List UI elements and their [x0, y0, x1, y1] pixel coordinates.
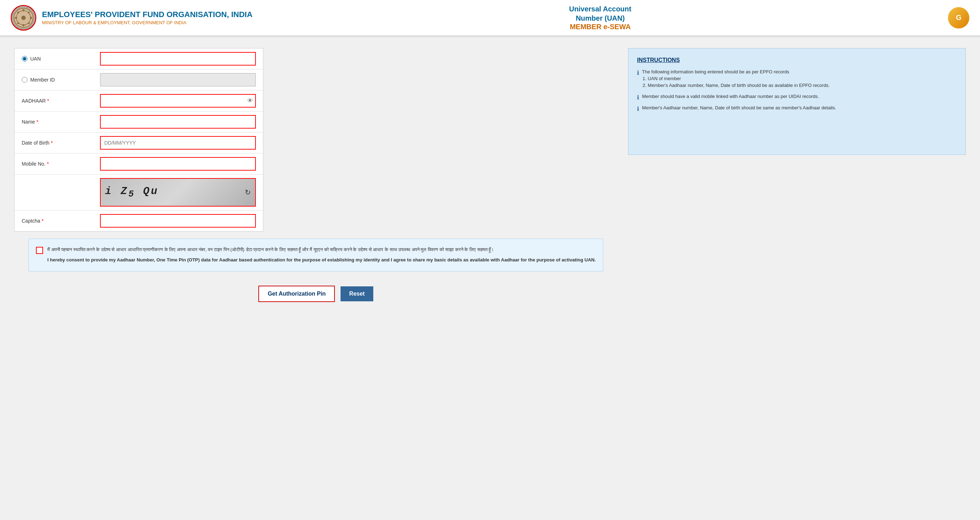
- dob-label: Date of Birth *: [22, 140, 100, 146]
- instruction-item-1: ℹ The following information being entere…: [637, 69, 957, 89]
- svg-point-5: [15, 17, 17, 19]
- instructions-title: INSTRUCTIONS: [637, 57, 957, 64]
- dob-row: Date of Birth *: [14, 132, 263, 153]
- org-subtitle: MINISTRY OF LABOUR & EMPLOYMENT, GOVERNM…: [42, 20, 253, 25]
- header-right: Universal AccountNumber (UAN) MEMBER e-S…: [569, 4, 631, 31]
- aadhaar-input[interactable]: [100, 94, 256, 108]
- member-id-radio-label[interactable]: Member ID: [22, 77, 100, 83]
- captcha-image-row: i Z5 Qu ↻: [14, 174, 263, 211]
- captcha-label: Captcha *: [22, 218, 100, 224]
- member-id-row: Member ID: [14, 69, 263, 91]
- header-left: EMPLOYEES' PROVIDENT FUND ORGANISATION, …: [11, 5, 253, 30]
- form-section: UAN Member ID AADHAAR * 👁: [14, 48, 617, 309]
- svg-point-9: [18, 22, 19, 24]
- member-id-radio[interactable]: [22, 77, 27, 83]
- instruction-list-item-2: Member's Aadhaar number, Name, Date of b…: [648, 83, 829, 88]
- svg-point-10: [28, 22, 30, 24]
- consent-box: मैं अपनी पहचान स्थापित करने के उद्देश्य …: [29, 239, 603, 271]
- instruction-item-3: ℹ Member's Aadhaar number, Name, Date of…: [637, 105, 957, 112]
- get-auth-pin-button[interactable]: Get Authorization Pin: [258, 286, 335, 302]
- org-info: EMPLOYEES' PROVIDENT FUND ORGANISATION, …: [42, 10, 253, 25]
- instructions-panel: INSTRUCTIONS ℹ The following information…: [628, 48, 966, 155]
- aadhaar-input-wrapper: 👁: [100, 94, 256, 108]
- button-row: Get Authorization Pin Reset: [14, 279, 617, 309]
- uan-input[interactable]: [100, 52, 256, 65]
- dob-input[interactable]: [100, 136, 256, 150]
- eye-icon[interactable]: 👁: [247, 97, 253, 104]
- uan-radio[interactable]: [22, 56, 27, 62]
- info-icon-2: ℹ: [637, 94, 639, 101]
- instruction-list-item-1: UAN of member: [648, 76, 829, 81]
- name-label: Name *: [22, 119, 100, 124]
- reset-button[interactable]: Reset: [340, 286, 373, 301]
- instruction-item-2: ℹ Member should have a valid mobile link…: [637, 94, 957, 101]
- captcha-image-box: i Z5 Qu ↻: [100, 178, 256, 207]
- captcha-display: i Z5 Qu: [105, 185, 159, 199]
- instruction-text-3: Member's Aadhaar number, Name, Date of b…: [642, 105, 836, 110]
- svg-point-3: [22, 9, 25, 11]
- instruction-text-2: Member should have a valid mobile linked…: [642, 94, 819, 99]
- captcha-input-row: Captcha *: [14, 211, 263, 231]
- svg-point-4: [22, 24, 25, 26]
- svg-point-6: [30, 17, 32, 19]
- consent-text: मैं अपनी पहचान स्थापित करने के उद्देश्य …: [47, 246, 596, 264]
- gov-logo: G: [948, 7, 969, 29]
- header: EMPLOYEES' PROVIDENT FUND ORGANISATION, …: [0, 0, 980, 36]
- consent-checkbox[interactable]: [36, 247, 43, 254]
- name-input[interactable]: [100, 115, 256, 129]
- member-id-input: [100, 73, 256, 86]
- instruction-text-1: The following information being entered …: [642, 69, 829, 89]
- info-icon-1: ℹ: [637, 69, 639, 76]
- uan-row: UAN: [14, 48, 263, 69]
- aadhaar-label: AADHAAR *: [22, 98, 100, 104]
- mobile-label: Mobile No. *: [22, 161, 100, 167]
- svg-point-8: [28, 11, 30, 13]
- org-title: EMPLOYEES' PROVIDENT FUND ORGANISATION, …: [42, 10, 253, 19]
- aadhaar-row: AADHAAR * 👁: [14, 91, 263, 112]
- uan-title: Universal AccountNumber (UAN): [569, 4, 631, 23]
- main-content: UAN Member ID AADHAAR * 👁: [0, 37, 980, 320]
- epfo-logo: [11, 5, 36, 30]
- svg-point-7: [18, 11, 19, 13]
- member-esewa-title: MEMBER e-SEWA: [569, 23, 631, 31]
- form-container: UAN Member ID AADHAAR * 👁: [14, 48, 263, 231]
- info-icon-3: ℹ: [637, 105, 639, 112]
- mobile-row: Mobile No. *: [14, 153, 263, 174]
- captcha-refresh-icon[interactable]: ↻: [245, 188, 251, 196]
- uan-radio-label[interactable]: UAN: [22, 56, 100, 62]
- svg-point-2: [21, 16, 25, 20]
- captcha-input[interactable]: [100, 214, 256, 228]
- mobile-input[interactable]: [100, 157, 256, 171]
- name-row: Name *: [14, 112, 263, 132]
